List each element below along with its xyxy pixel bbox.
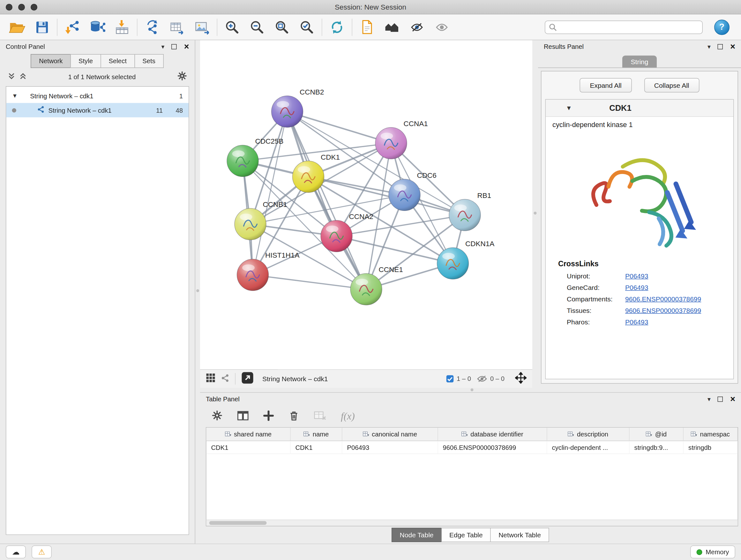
table-cell[interactable]: stringdb:9... [630,441,684,454]
table-panel-close-icon[interactable]: × [730,395,735,403]
open-session-button[interactable] [5,16,30,38]
window-zoom-button[interactable] [30,4,37,10]
memory-button[interactable]: Memory [690,546,735,559]
tab-select[interactable]: Select [100,54,135,68]
network-node-CDKN1A[interactable]: CDKN1A [437,240,495,279]
show-all-button[interactable] [429,16,455,38]
hidden-eye-slash-icon[interactable] [477,375,487,382]
open-in-new-window-icon[interactable] [241,372,254,386]
control-panel-close-icon[interactable]: × [184,42,189,51]
protein-expand-icon[interactable]: ▼ [566,105,572,112]
save-session-button[interactable] [30,16,55,38]
checkbox-icon[interactable] [446,375,454,382]
table-horizontal-scrollbar[interactable] [206,520,738,526]
table-cell[interactable]: stringdb [684,441,738,454]
results-panel-float-icon[interactable] [718,44,723,49]
tree-expand-icon[interactable]: ▼ [12,92,18,99]
control-panel-collapse-icon[interactable]: ▾ [161,44,164,50]
splitter-handle[interactable] [534,212,537,214]
splitter-handle[interactable] [196,289,199,292]
collapse-all-button[interactable]: Collapse All [644,78,699,92]
network-node-CCNA1[interactable]: CCNA1 [375,120,428,159]
zoom-out-button[interactable] [245,16,270,38]
table-panel-collapse-icon[interactable]: ▾ [708,396,711,402]
collapse-all-icon[interactable] [8,72,15,81]
network-edge[interactable] [337,236,453,264]
search-input[interactable] [545,20,703,34]
import-table-button[interactable] [110,16,135,38]
network-node-CCNB2[interactable]: CCNB2 [272,88,324,128]
results-panel-collapse-icon[interactable]: ▾ [708,44,711,50]
network-edge[interactable] [253,275,366,289]
table-cell[interactable]: CDK1 [206,441,291,454]
protein-card-header[interactable]: ▼ CDK1 [546,100,733,117]
window-close-button[interactable] [6,4,12,10]
network-edge[interactable] [253,112,287,275]
table-row[interactable]: CDK1 CDK1 P06493 9606.ENSP00000378699 cy… [206,441,738,454]
network-edge[interactable] [287,112,366,290]
delete-column-trash-icon[interactable] [288,410,300,423]
document-button[interactable] [355,16,380,38]
grid-view-icon[interactable] [206,373,215,384]
center-splitter[interactable] [532,40,538,388]
network-node-HIST1H1A[interactable]: HIST1H1A [237,251,300,291]
zoom-selected-button[interactable] [294,16,320,38]
table-cell[interactable]: CDK1 [291,441,342,454]
tab-network-table[interactable]: Network Table [490,528,549,542]
scrollbar-thumb[interactable] [209,521,267,525]
import-network-file-button[interactable] [60,16,85,38]
tab-network[interactable]: Network [31,54,71,68]
results-panel-close-icon[interactable]: × [730,42,735,51]
tab-string[interactable]: String [622,56,657,68]
column-header[interactable]: name [291,428,342,441]
network-edge[interactable] [287,112,391,143]
refresh-view-button[interactable] [325,16,349,38]
crosslink-link[interactable]: P06493 [625,318,648,326]
crosslink-link[interactable]: 9606.ENSP00000378699 [625,307,701,314]
show-columns-icon[interactable] [237,410,249,423]
column-header[interactable]: @id [630,428,684,441]
tab-edge-table[interactable]: Edge Table [441,528,491,542]
column-header[interactable]: canonical name [342,428,438,441]
splitter-handle[interactable] [471,388,474,391]
cloud-button[interactable]: ☁ [6,546,26,559]
column-header[interactable]: description [547,428,630,441]
control-panel-float-icon[interactable] [172,44,177,49]
crosslink-link[interactable]: P06493 [625,272,648,280]
column-header[interactable]: namespac [684,428,738,441]
tab-node-table[interactable]: Node Table [392,528,442,542]
export-table-button[interactable] [165,16,190,38]
zoom-fit-button[interactable] [270,16,294,38]
network-options-gear-icon[interactable] [177,71,187,82]
crosslink-link[interactable]: 9606.ENSP00000378699 [625,295,701,303]
table-cell[interactable]: P06493 [342,441,438,454]
warnings-button[interactable]: ⚠ [31,546,52,559]
network-node-CCNB1[interactable]: CCNB1 [234,200,287,240]
table-options-gear-icon[interactable] [212,410,223,422]
network-node-RB1[interactable]: RB1 [449,192,491,231]
pan-crosshair-icon[interactable] [515,372,527,385]
table-panel-float-icon[interactable] [718,396,723,401]
crosslink-link[interactable]: P06493 [625,284,648,291]
network-share-icon[interactable] [221,374,229,383]
network-node-CDK1[interactable]: CDK1 [293,153,340,192]
zoom-in-button[interactable] [220,16,245,38]
help-button[interactable]: ? [714,19,730,35]
new-network-from-selection-button[interactable] [140,16,165,38]
window-minimize-button[interactable] [18,4,25,10]
table-panel-splitter[interactable] [200,388,741,392]
tab-sets[interactable]: Sets [134,54,164,68]
column-header[interactable]: database identifier [438,428,547,441]
network-node-CDC6[interactable]: CDC6 [389,172,436,211]
column-header[interactable]: shared name [206,428,291,441]
export-image-button[interactable] [190,16,214,38]
expand-all-button[interactable]: Expand All [580,78,631,92]
network-canvas[interactable]: CCNB2CCNA1CDC25BCDK1CDC6RB1CCNB1CCNA2CDK… [200,40,532,369]
expand-all-icon[interactable] [19,72,27,81]
hide-selected-button[interactable] [405,16,429,38]
import-network-database-button[interactable] [85,16,110,38]
table-cell[interactable]: 9606.ENSP00000378699 [438,441,547,454]
left-splitter[interactable] [195,40,200,544]
home-button[interactable] [380,16,405,38]
network-collection-row[interactable]: ▼ String Network – cdk1 1 [6,89,189,103]
